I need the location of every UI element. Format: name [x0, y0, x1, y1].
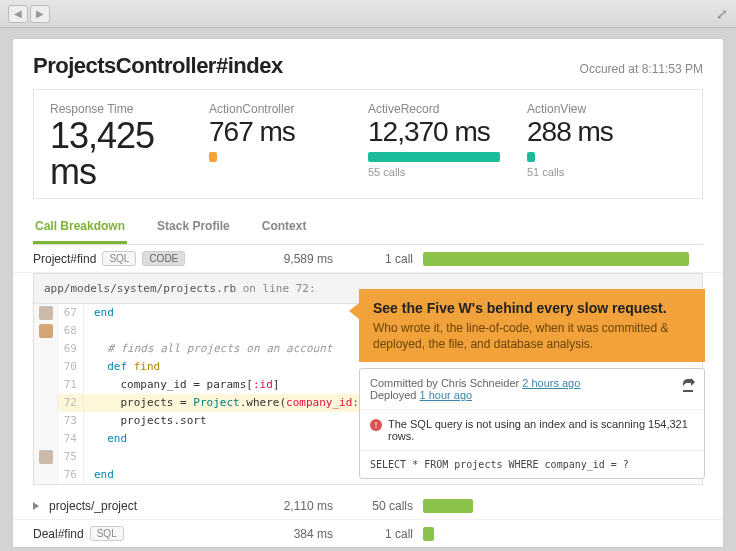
callout-banner: See the Five W's behind every slow reque… — [359, 289, 705, 362]
code-text: end — [84, 430, 127, 448]
row-name: Deal#findSQL — [33, 526, 233, 541]
committed-ago-link[interactable]: 2 hours ago — [522, 377, 580, 389]
callout-subtitle: Who wrote it, the line-of-code, when it … — [373, 320, 691, 352]
blame-gutter — [34, 448, 58, 466]
blame-gutter — [34, 430, 58, 448]
code-text — [84, 322, 94, 340]
row-calls: 1 call — [343, 527, 413, 541]
row-calls: 50 calls — [343, 499, 413, 513]
tab-call-breakdown[interactable]: Call Breakdown — [33, 213, 127, 244]
line-number: 69 — [58, 340, 84, 358]
blame-gutter — [34, 340, 58, 358]
commit-details: Committed by Chris Schneider 2 hours ago… — [359, 368, 705, 479]
line-number: 70 — [58, 358, 84, 376]
error-icon: ! — [370, 419, 382, 431]
author-avatar[interactable] — [39, 450, 53, 464]
blame-gutter — [34, 304, 58, 322]
metric-action-controller: ActionController 767 ms — [209, 102, 368, 190]
row-calls: 1 call — [343, 252, 413, 266]
nav-arrows: ◀ ▶ — [8, 5, 50, 23]
callout-title: See the Five W's behind every slow reque… — [373, 299, 691, 318]
tab-context[interactable]: Context — [260, 213, 309, 244]
row-time: 384 ms — [243, 527, 333, 541]
row-time: 2,110 ms — [243, 499, 333, 513]
window-toolbar: ◀ ▶ ⤢ — [0, 0, 736, 28]
expand-icon[interactable]: ⤢ — [716, 6, 728, 22]
line-number: 76 — [58, 466, 84, 484]
code-text: company_id = params[:id] — [84, 376, 279, 394]
breakdown-row[interactable]: Deal#findSQL384 ms1 call — [13, 520, 723, 548]
code-text — [84, 448, 94, 466]
blame-gutter — [34, 466, 58, 484]
blame-gutter — [34, 394, 58, 412]
code-text: projects.sort — [84, 412, 207, 430]
tabs: Call Breakdown Stack Profile Context — [33, 213, 703, 245]
row-name: Project#findSQLCODE — [33, 251, 233, 266]
metric-active-record: ActiveRecord 12,370 ms 55 calls — [368, 102, 527, 190]
line-number: 71 — [58, 376, 84, 394]
blame-gutter — [34, 376, 58, 394]
deployed-ago-link[interactable]: 1 hour ago — [420, 389, 473, 401]
code-text: end — [84, 304, 114, 322]
panel-header: ProjectsController#index Occured at 8:11… — [13, 39, 723, 89]
line-number: 74 — [58, 430, 84, 448]
bar-action-view — [527, 152, 535, 162]
code-text: # finds all projects on an account — [84, 340, 332, 358]
breakdown-row[interactable]: Project#findSQLCODE9,589 ms1 call — [13, 245, 723, 273]
line-number: 72 — [58, 394, 84, 412]
code-text: def find — [84, 358, 160, 376]
page-title: ProjectsController#index — [33, 53, 283, 79]
forward-button[interactable]: ▶ — [30, 5, 50, 23]
occurred-at: Occured at 8:11:53 PM — [580, 62, 703, 76]
expand-icon[interactable] — [33, 502, 39, 510]
tag-sql[interactable]: SQL — [102, 251, 136, 266]
annotation-popup: See the Five W's behind every slow reque… — [359, 289, 705, 479]
blame-gutter — [34, 322, 58, 340]
trace-panel: ProjectsController#index Occured at 8:11… — [12, 38, 724, 548]
sql-warning: ! The SQL query is not using an index an… — [360, 410, 704, 451]
commit-header: Committed by Chris Schneider 2 hours ago… — [360, 369, 704, 410]
tag-code[interactable]: CODE — [142, 251, 185, 266]
bar-action-controller — [209, 152, 217, 162]
line-number: 67 — [58, 304, 84, 322]
tag-sql[interactable]: SQL — [90, 526, 124, 541]
metric-action-view: ActionView 288 ms 51 calls — [527, 102, 686, 190]
row-bar — [423, 252, 703, 266]
row-time: 9,589 ms — [243, 252, 333, 266]
blame-gutter — [34, 358, 58, 376]
row-name: projects/_project — [33, 499, 233, 513]
author-avatar[interactable] — [39, 324, 53, 338]
breakdown-row[interactable]: projects/_project2,110 ms50 calls — [13, 493, 723, 520]
tab-stack-profile[interactable]: Stack Profile — [155, 213, 232, 244]
code-text: end — [84, 466, 114, 484]
line-number: 73 — [58, 412, 84, 430]
share-icon[interactable] — [680, 377, 696, 393]
sql-query: SELECT * FROM projects WHERE company_id … — [360, 451, 704, 478]
author-avatar[interactable] — [39, 306, 53, 320]
blame-gutter — [34, 412, 58, 430]
bar-active-record — [368, 152, 500, 162]
metrics-summary: Response Time 13,425 ms ActionController… — [33, 89, 703, 199]
line-number: 75 — [58, 448, 84, 466]
back-button[interactable]: ◀ — [8, 5, 28, 23]
metric-response-time: Response Time 13,425 ms — [50, 102, 209, 190]
row-bar — [423, 527, 703, 541]
row-bar — [423, 499, 703, 513]
line-number: 68 — [58, 322, 84, 340]
